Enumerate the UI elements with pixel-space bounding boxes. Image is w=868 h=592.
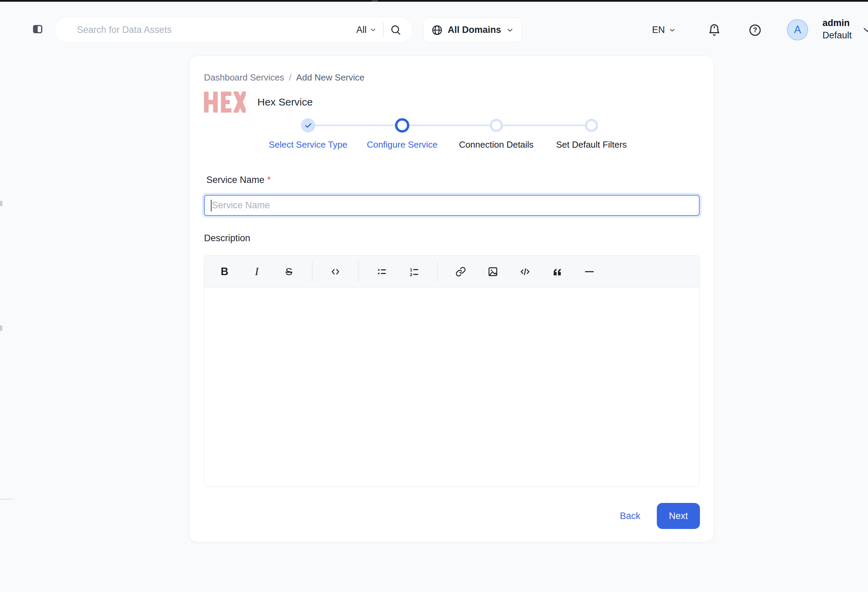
breadcrumb-separator: / (289, 72, 291, 83)
search-submit-button[interactable] (388, 22, 403, 38)
step-indicator-4 (585, 119, 598, 132)
sidebar-toggle-button[interactable] (32, 23, 43, 35)
quote-button[interactable] (547, 262, 567, 282)
avatar-initial: A (794, 24, 801, 36)
step-label-3: Connection Details (459, 139, 534, 150)
back-button[interactable]: Back (620, 511, 641, 521)
image-button[interactable] (483, 262, 503, 282)
add-service-card: Dashboard Services / Add New Service Hex… (189, 55, 714, 542)
search-input[interactable] (77, 25, 354, 35)
horizontal-rule-icon (584, 266, 595, 277)
inline-code-button[interactable] (326, 262, 345, 282)
domains-label: All Domains (448, 25, 501, 35)
help-button[interactable]: ? (747, 18, 763, 43)
breadcrumb-dashboard-services[interactable]: Dashboard Services (204, 72, 284, 83)
numbered-list-button[interactable]: 12 (404, 262, 424, 282)
help-glyph: ? (753, 26, 757, 34)
link-icon (455, 266, 466, 277)
description-editor: BIS12 (204, 255, 700, 487)
language-dropdown[interactable]: EN (652, 18, 676, 43)
inline-code-icon (330, 266, 341, 277)
numbered-list-icon: 12 (409, 266, 420, 277)
user-name: admin (822, 17, 852, 29)
step-label-1: Select Service Type (269, 139, 347, 150)
code-block-icon (520, 266, 530, 277)
collapsed-sidebar-item-sliver (0, 201, 2, 206)
strikethrough-icon: S (285, 266, 292, 277)
top-navbar: All All Domains EN (0, 2, 868, 46)
step-circle-completed (301, 118, 315, 133)
language-label: EN (652, 25, 665, 35)
description-editor-body[interactable] (204, 288, 699, 487)
text-cursor (211, 200, 211, 212)
image-icon (487, 266, 498, 277)
chevron-down-icon (506, 26, 514, 34)
toolbar-divider (312, 261, 313, 282)
bell-icon (707, 23, 721, 37)
step-label-2: Configure Service (367, 139, 438, 150)
svg-text:2: 2 (410, 272, 412, 277)
step-circle-upcoming (490, 119, 503, 132)
stepper-connector-line (308, 125, 592, 126)
hex-service-logo (204, 92, 246, 113)
description-label: Description (204, 233, 250, 244)
link-button[interactable] (451, 262, 471, 282)
step-circle-active (395, 118, 409, 133)
italic-button[interactable]: I (247, 262, 267, 282)
toolbar-divider (358, 261, 359, 282)
svg-text:1: 1 (410, 267, 412, 272)
global-search-bar: All (55, 17, 413, 43)
step-indicator-1 (301, 118, 315, 133)
next-button[interactable]: Next (657, 503, 700, 529)
collapsed-sidebar-item-sliver (0, 326, 2, 331)
bold-icon: B (221, 265, 228, 278)
step-label-4: Set Default Filters (556, 139, 627, 150)
step-circle-upcoming (585, 119, 598, 132)
panel-left-icon (32, 23, 43, 35)
code-block-button[interactable] (515, 262, 535, 282)
service-name-field (204, 195, 700, 216)
italic-icon: I (255, 265, 259, 278)
help-circle-icon: ? (748, 23, 762, 37)
chevron-down-icon (669, 27, 676, 34)
step-indicator-3 (490, 119, 503, 132)
quote-icon (552, 266, 563, 277)
bulleted-list-button[interactable] (372, 262, 392, 282)
globe-icon (431, 24, 443, 36)
bulleted-list-icon (376, 266, 387, 277)
horizontal-rule-button[interactable] (579, 262, 599, 282)
domains-dropdown-button[interactable]: All Domains (424, 18, 522, 43)
collapsed-sidebar-divider (0, 499, 12, 500)
chevron-down-icon (369, 26, 377, 34)
toolbar-divider (437, 261, 438, 282)
user-menu[interactable]: admin Default (822, 17, 852, 41)
wizard-actions: Back Next (620, 503, 700, 529)
service-header: Hex Service (204, 92, 313, 113)
service-title: Hex Service (257, 96, 313, 108)
breadcrumb: Dashboard Services / Add New Service (204, 72, 365, 83)
search-icon (390, 24, 402, 36)
step-indicator-2 (395, 118, 409, 133)
bold-button[interactable]: B (215, 262, 235, 282)
user-avatar[interactable]: A (787, 19, 808, 40)
search-divider (383, 22, 384, 37)
strikethrough-button[interactable]: S (279, 262, 299, 282)
service-name-label: Service Name* (207, 175, 271, 185)
search-filter-label: All (356, 25, 366, 35)
service-name-input[interactable] (212, 200, 693, 211)
check-icon (304, 121, 312, 129)
search-filter-dropdown[interactable]: All (354, 25, 382, 35)
breadcrumb-add-new-service: Add New Service (296, 72, 364, 83)
editor-toolbar: BIS12 (204, 256, 699, 288)
notifications-button[interactable] (706, 18, 723, 43)
user-menu-chevron-icon[interactable] (861, 24, 868, 36)
required-marker: * (267, 175, 271, 185)
user-team: Default (822, 29, 852, 41)
